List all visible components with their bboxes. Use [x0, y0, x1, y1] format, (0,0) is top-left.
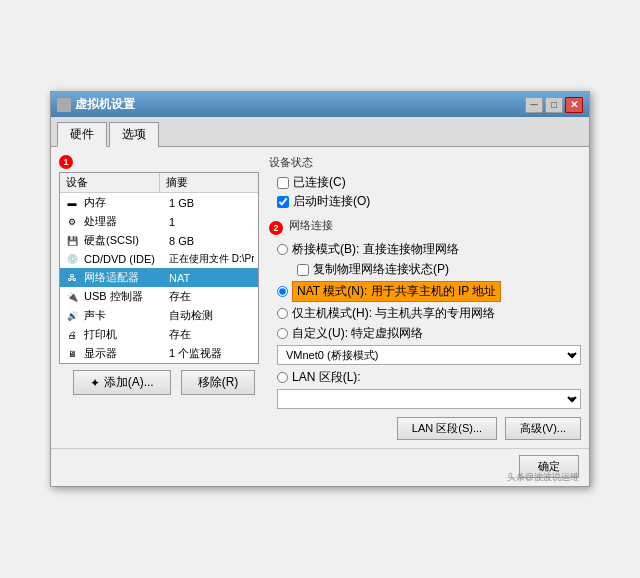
titlebar-left: 虚拟机设置 [57, 96, 135, 113]
radio-custom[interactable] [277, 328, 288, 339]
radio-row-custom: 自定义(U): 特定虚拟网络 [277, 325, 581, 342]
device-name-usb: USB 控制器 [84, 289, 169, 304]
device-row-memory[interactable]: ▬ 内存 1 GB [60, 193, 258, 212]
label-connected: 已连接(C) [293, 174, 346, 191]
tab-hardware[interactable]: 硬件 [57, 122, 107, 147]
vmnet-select[interactable]: VMnet0 (桥接模式) [277, 345, 581, 365]
device-summary-display: 1 个监视器 [169, 346, 254, 361]
usb-icon: 🔌 [64, 291, 80, 303]
col-device: 设备 [60, 173, 160, 192]
label-replicate: 复制物理网络连接状态(P) [313, 261, 449, 278]
radio-row-replicate: 复制物理网络连接状态(P) [277, 261, 581, 278]
lan-btn-group: LAN 区段(S)... 高级(V)... [277, 417, 581, 440]
label-nat: NAT 模式(N): 用于共享主机的 IP 地址 [292, 281, 501, 302]
close-button[interactable]: ✕ [565, 97, 583, 113]
lan-dropdown-wrapper [277, 389, 581, 409]
device-list: ▬ 内存 1 GB ⚙ 处理器 1 💾 硬盘(SCSI) 8 GB [60, 193, 258, 363]
add-icon: ✦ [90, 376, 100, 390]
remove-button[interactable]: 移除(R) [181, 370, 256, 395]
device-summary-memory: 1 GB [169, 197, 254, 209]
device-name-display: 显示器 [84, 346, 169, 361]
remove-label: 移除(R) [198, 374, 239, 391]
col-summary: 摘要 [160, 173, 259, 192]
label-lan: LAN 区段(L): [292, 369, 361, 386]
badge-2: 2 [269, 221, 283, 235]
hdd-icon: 💾 [64, 235, 80, 247]
add-label: 添加(A)... [104, 374, 154, 391]
radio-row-lan: LAN 区段(L): [277, 369, 581, 386]
device-summary-usb: 存在 [169, 289, 254, 304]
minimize-button[interactable]: ─ [525, 97, 543, 113]
device-summary-cddvd: 正在使用文件 D:\Program Files\VM... [169, 252, 254, 266]
cpu-icon: ⚙ [64, 216, 80, 228]
titlebar: 虚拟机设置 ─ □ ✕ [51, 92, 589, 117]
radio-row-host-only: 仅主机模式(H): 与主机共享的专用网络 [277, 305, 581, 322]
device-name-sound: 声卡 [84, 308, 169, 323]
device-row-cddvd[interactable]: 💿 CD/DVD (IDE) 正在使用文件 D:\Program Files\V… [60, 250, 258, 268]
device-row-usb[interactable]: 🔌 USB 控制器 存在 [60, 287, 258, 306]
network-icon: 🖧 [64, 272, 80, 284]
device-row-hdd[interactable]: 💾 硬盘(SCSI) 8 GB [60, 231, 258, 250]
device-row-printer[interactable]: 🖨 打印机 存在 [60, 325, 258, 344]
right-panel: 设备状态 已连接(C) 启动时连接(O) 2 网络连接 [269, 155, 581, 440]
window-icon [57, 98, 71, 112]
display-icon: 🖥 [64, 348, 80, 360]
device-summary-network: NAT [169, 272, 254, 284]
main-window: 虚拟机设置 ─ □ ✕ 硬件 选项 1 设备 摘要 [50, 91, 590, 487]
radio-nat[interactable] [277, 286, 288, 297]
radio-row-bridge: 桥接模式(B): 直接连接物理网络 [277, 241, 581, 258]
device-row-sound[interactable]: 🔊 声卡 自动检测 [60, 306, 258, 325]
device-name-network: 网络适配器 [84, 270, 169, 285]
printer-icon: 🖨 [64, 329, 80, 341]
memory-icon: ▬ [64, 197, 80, 209]
checkbox-on-power[interactable] [277, 196, 289, 208]
radio-bridge[interactable] [277, 244, 288, 255]
radio-lan[interactable] [277, 372, 288, 383]
device-status-title: 设备状态 [269, 155, 581, 170]
sound-icon: 🔊 [64, 310, 80, 322]
label-custom: 自定义(U): 特定虚拟网络 [292, 325, 423, 342]
lan-select[interactable] [277, 389, 581, 409]
device-summary-cpu: 1 [169, 216, 254, 228]
label-bridge: 桥接模式(B): 直接连接物理网络 [292, 241, 459, 258]
label-host-only: 仅主机模式(H): 与主机共享的专用网络 [292, 305, 495, 322]
main-content: 1 设备 摘要 ▬ 内存 1 GB ⚙ 处理器 [51, 147, 589, 448]
device-name-printer: 打印机 [84, 327, 169, 342]
network-conn-title: 网络连接 [289, 218, 333, 233]
device-name-hdd: 硬盘(SCSI) [84, 233, 169, 248]
device-list-header: 设备 摘要 [60, 173, 258, 193]
device-status-section: 设备状态 已连接(C) 启动时连接(O) [269, 155, 581, 212]
footer-logo: 头条@波波说运维 [507, 471, 579, 484]
checkbox-connected[interactable] [277, 177, 289, 189]
lan-segment-button[interactable]: LAN 区段(S)... [397, 417, 497, 440]
device-row-cpu[interactable]: ⚙ 处理器 1 [60, 212, 258, 231]
network-section: 2 网络连接 桥接模式(B): 直接连接物理网络 复制物理网络连接状态(P) [269, 218, 581, 440]
checkbox-row-connected: 已连接(C) [277, 174, 581, 191]
badge-1: 1 [59, 155, 73, 169]
device-list-panel: 设备 摘要 ▬ 内存 1 GB ⚙ 处理器 1 [59, 172, 259, 364]
device-name-cpu: 处理器 [84, 214, 169, 229]
tab-options[interactable]: 选项 [109, 122, 159, 147]
device-name-cddvd: CD/DVD (IDE) [84, 253, 169, 265]
device-name-memory: 内存 [84, 195, 169, 210]
device-summary-printer: 存在 [169, 327, 254, 342]
checkbox-row-on-power: 启动时连接(O) [277, 193, 581, 210]
titlebar-controls[interactable]: ─ □ ✕ [525, 97, 583, 113]
device-summary-hdd: 8 GB [169, 235, 254, 247]
action-buttons: ✦ 添加(A)... 移除(R) [59, 364, 269, 397]
radio-host-only[interactable] [277, 308, 288, 319]
window-title: 虚拟机设置 [75, 96, 135, 113]
maximize-button[interactable]: □ [545, 97, 563, 113]
checkbox-replicate[interactable] [297, 264, 309, 276]
vmnet-dropdown-wrapper: VMnet0 (桥接模式) [277, 345, 581, 365]
label-on-power: 启动时连接(O) [293, 193, 370, 210]
device-summary-sound: 自动检测 [169, 308, 254, 323]
advanced-button[interactable]: 高级(V)... [505, 417, 581, 440]
dvd-icon: 💿 [64, 253, 80, 265]
radio-row-nat: NAT 模式(N): 用于共享主机的 IP 地址 [277, 281, 581, 302]
device-row-display[interactable]: 🖥 显示器 1 个监视器 [60, 344, 258, 363]
add-button[interactable]: ✦ 添加(A)... [73, 370, 171, 395]
tab-bar: 硬件 选项 [51, 117, 589, 147]
device-row-network[interactable]: 🖧 网络适配器 NAT [60, 268, 258, 287]
